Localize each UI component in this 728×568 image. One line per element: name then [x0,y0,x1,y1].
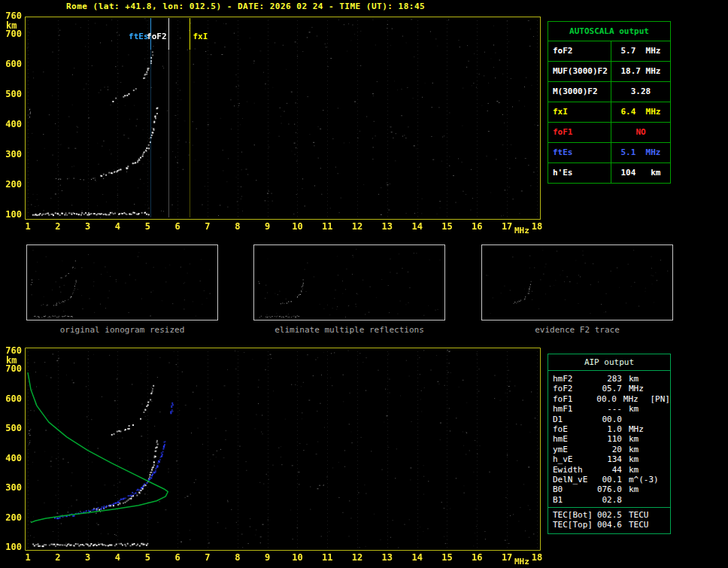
row-value-foF1: NO [611,123,670,142]
aip-rows: hmF2283km foF205.7MHz foF100.0MHz[PN] hm… [548,371,670,507]
aip-output-panel: AIP output hmF2283km foF205.7MHz foF100.… [548,354,671,534]
table-row: ftEs 5.1 MHz [548,143,670,163]
table-row: MUF(3000)F2 18.7 MHz [548,62,670,82]
row-value-ftEs: 5.1 MHz [611,143,670,163]
autoscala-screen: Rome (lat: +41.8, lon: 012.5) - DATE: 20… [0,0,728,568]
aip-tec-section: TEC[Bot]002.5TECU TEC[Top]004.6TECU [548,507,670,533]
aip-row-tec-bot: TEC[Bot]002.5TECU [553,510,670,520]
aip-row: B0076.0km [553,484,670,494]
thumbnail-caption: original ionogram resized [26,325,219,335]
aip-row-tec-top: TEC[Top]004.6TECU [553,520,670,530]
aip-row: D100.0 [553,415,670,424]
thumbnail-original-ionogram [26,245,218,320]
thumbnail-evidence-f2 [481,245,673,320]
thumbnail-eliminate-reflections [253,245,445,320]
aip-row: DelN_vE00.1m^(-3) [553,475,670,484]
aip-row: foE1.0MHz [553,424,670,434]
aip-row: h_vE134km [553,454,670,464]
table-row: h'Es 104 km [548,163,670,183]
thumbnail-original-ionogram-canvas [27,245,217,320]
bottom-ionogram-plot [0,342,549,568]
row-label-foF1: foF1 [548,123,611,142]
row-label-hEs: h'Es [548,163,611,183]
thumbnail-caption: eliminate multiple reflections [253,325,446,335]
aip-row: hmF1---km [553,404,670,414]
top-ionogram-plot [0,11,549,240]
thumbnail-evidence-f2-canvas [482,245,672,320]
autoscala-header: AUTOSCALA output [548,22,670,41]
row-value-hEs: 104 km [611,163,670,183]
row-label-M3000: M(3000)F2 [548,82,611,102]
row-value-M3000: 3.28 [611,82,670,102]
table-row: M(3000)F2 3.28 [548,82,670,102]
aip-row: Ewidth44km [553,465,670,475]
row-label-foF2: foF2 [548,41,611,61]
aip-header: AIP output [548,354,670,371]
aip-row: hmF2283km [553,374,670,384]
row-value-MUF: 18.7 MHz [611,62,670,81]
aip-row: foF205.7MHz [553,384,670,393]
aip-row: ymE20km [553,445,670,454]
aip-row: B102.8 [553,495,670,505]
thumbnail-eliminate-reflections-canvas [254,245,444,320]
row-value-fxI: 6.4 MHz [611,102,670,122]
table-row: foF1 NO [548,123,670,143]
table-row: foF2 5.7 MHz [548,41,670,62]
thumbnail-caption: evidence F2 trace [481,325,674,335]
row-label-MUF: MUF(3000)F2 [548,62,611,81]
table-row: fxI 6.4 MHz [548,102,670,123]
autoscala-output-panel: AUTOSCALA output foF2 5.7 MHz MUF(3000)F… [548,21,671,184]
row-label-fxI: fxI [548,102,611,122]
aip-row: hmE110km [553,434,670,444]
row-label-ftEs: ftEs [548,143,611,163]
row-value-foF2: 5.7 MHz [611,41,670,61]
aip-row: foF100.0MHz[PN] [553,394,670,404]
